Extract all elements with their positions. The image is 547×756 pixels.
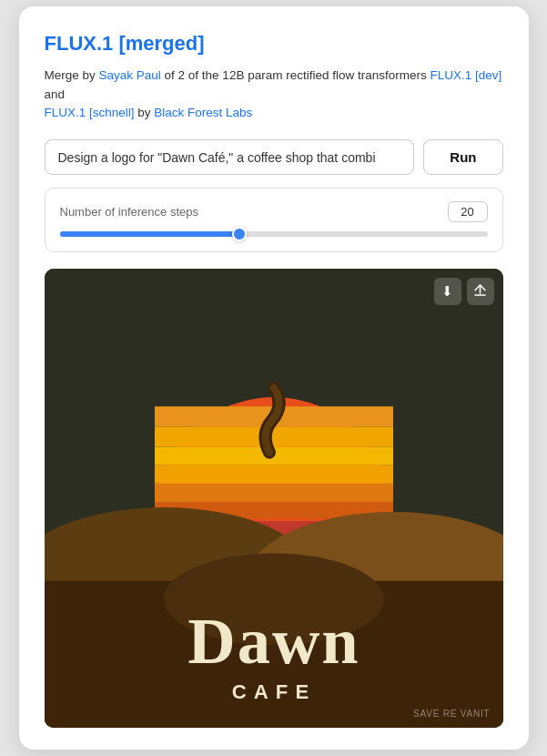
prompt-row: Run	[45, 139, 503, 175]
flux-dev-link[interactable]: FLUX.1 [dev]	[430, 68, 501, 82]
svg-text:Dawn: Dawn	[187, 605, 360, 679]
svg-rect-5	[154, 427, 392, 447]
watermark: SAVE RE VANIT	[413, 709, 491, 719]
share-icon	[473, 283, 487, 300]
flux-schnell-link[interactable]: FLUX.1 [schnell]	[45, 106, 135, 119]
slider-fill	[60, 231, 239, 237]
slider-track[interactable]	[60, 231, 488, 237]
slider-header: Number of inference steps 20	[60, 201, 488, 222]
slider-value: 20	[448, 201, 488, 222]
run-button[interactable]: Run	[423, 139, 502, 175]
download-button[interactable]: ⬇	[434, 278, 461, 305]
desc-middle: of 2 of the 12B param rectified flow tra…	[161, 68, 431, 82]
inference-steps-section: Number of inference steps 20	[45, 188, 503, 252]
image-actions: ⬇	[434, 278, 494, 305]
slider-thumb[interactable]	[232, 227, 247, 241]
svg-rect-7	[154, 465, 392, 484]
model-title-link[interactable]: FLUX.1 [merged]	[45, 32, 205, 56]
svg-rect-8	[154, 484, 392, 502]
slider-label: Number of inference steps	[60, 205, 198, 219]
prompt-input[interactable]	[45, 139, 415, 175]
author-link[interactable]: Sayak Paul	[99, 68, 161, 82]
generated-image-container: ⬇	[45, 269, 503, 728]
generated-image: Dawn CAFE	[45, 269, 503, 728]
desc-and: and	[45, 87, 66, 101]
main-card: FLUX.1 [merged] Merge by Sayak Paul of 2…	[19, 6, 529, 751]
org-link[interactable]: Black Forest Labs	[154, 106, 252, 119]
desc-by: by	[135, 106, 155, 119]
model-description: Merge by Sayak Paul of 2 of the 12B para…	[45, 66, 503, 124]
share-button[interactable]	[467, 278, 494, 305]
desc-prefix: Merge by	[45, 68, 99, 82]
download-icon: ⬇	[441, 283, 453, 300]
svg-text:CAFE: CAFE	[231, 680, 316, 703]
